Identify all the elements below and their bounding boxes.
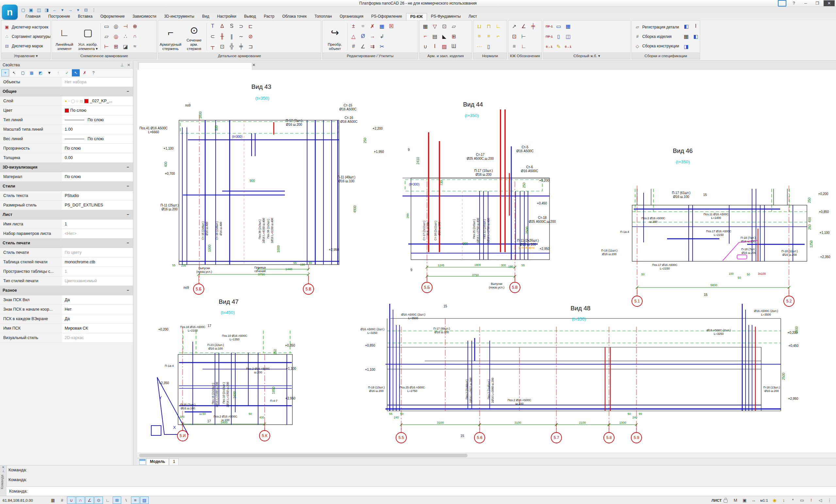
new-file-icon[interactable]: ▢ xyxy=(20,7,26,13)
layer-ring-icon[interactable]: ◯ xyxy=(71,99,75,103)
properties-section-Лист[interactable]: Лист− xyxy=(0,210,133,219)
save-all-icon[interactable]: ◨ xyxy=(44,7,50,13)
property-value[interactable]: <Нет> xyxy=(62,229,133,238)
apply-select-icon[interactable]: ✓ xyxy=(63,69,71,76)
property-value[interactable]: Цветозависимый xyxy=(62,276,133,286)
transparency-icon[interactable]: ▨ xyxy=(140,497,149,504)
embed-plate-icon[interactable]: ⊡ xyxy=(440,22,449,31)
spec-view-icon[interactable]: ◫ xyxy=(564,32,573,41)
menu-tab-Вывод[interactable]: Вывод xyxy=(240,13,260,20)
layer-plot-icon[interactable]: ▤ xyxy=(80,99,83,103)
collapse-icon[interactable]: − xyxy=(127,212,129,217)
double-bars-icon[interactable]: ∥ xyxy=(227,32,236,41)
properties-section-Стили[interactable]: Стили− xyxy=(0,181,133,191)
t-bars-icon[interactable]: ╪ xyxy=(236,42,246,51)
assembly-table-icon[interactable]: ▦ xyxy=(682,32,691,41)
property-value[interactable]: По слою xyxy=(62,106,133,115)
property-value[interactable]: Нет набора xyxy=(62,77,133,86)
close-icon[interactable]: ✕ xyxy=(0,465,6,469)
nanocad-logo[interactable]: n xyxy=(2,4,18,20)
minimize-button[interactable]: ─ xyxy=(800,0,811,6)
menu-tab-Лист[interactable]: Лист xyxy=(464,13,481,20)
object-snap-tracking-icon[interactable]: ∩ xyxy=(76,497,84,504)
rod-section-button[interactable]: ⊙Сечениеарм. стержня xyxy=(183,22,205,52)
menu-tab-PS-КЖ[interactable]: PS-КЖ xyxy=(406,13,427,21)
open-file-icon[interactable]: ▣ xyxy=(28,7,34,13)
scrollbar-thumb[interactable] xyxy=(139,454,468,457)
pr1-mark-icon[interactable]: ПР-1 xyxy=(545,32,554,41)
help-icon[interactable]: ? xyxy=(90,69,97,76)
invert-select-icon[interactable]: ◩ xyxy=(37,69,44,76)
print-icon[interactable]: ⊟ xyxy=(83,7,89,13)
property-value[interactable]: По слою xyxy=(62,172,133,181)
properties-section-Общие[interactable]: Общие− xyxy=(0,87,133,96)
convert-object-button[interactable]: ↪Преобр.объект xyxy=(324,22,346,52)
polar-tracking-icon[interactable]: ⊙ xyxy=(94,497,103,504)
resize-grip-icon[interactable]: ⋮ xyxy=(825,497,834,504)
property-value[interactable]: PStudio xyxy=(62,191,133,200)
property-value[interactable]: По слою xyxy=(62,134,133,143)
list-note-icon[interactable]: ⊢ xyxy=(519,32,528,41)
c-hook-icon[interactable]: ⊃ xyxy=(236,22,246,31)
stand-bar-icon[interactable]: ∆ xyxy=(217,22,227,31)
polygon-region-icon[interactable]: ▱ xyxy=(102,32,111,41)
property-value[interactable]: Нет xyxy=(62,305,133,314)
clear-select-icon[interactable]: ✗ xyxy=(81,69,89,76)
workspace-icon[interactable]: * xyxy=(788,497,797,504)
property-value[interactable]: 1.00 xyxy=(62,125,133,134)
corner-note-icon[interactable]: ∟ xyxy=(519,42,528,51)
normal-corner-icon[interactable]: ⌐ xyxy=(494,32,503,41)
rect-region-icon[interactable]: ▭ xyxy=(102,22,111,31)
funnel-icon[interactable]: ▽ xyxy=(430,22,439,31)
collapse-icon[interactable]: − xyxy=(127,184,129,189)
clamp-icon[interactable]: ⊏ xyxy=(246,22,255,31)
clean-screen-icon[interactable]: ▭ xyxy=(798,497,806,504)
rebar-rod-button[interactable]: ⌐Арматурныйстержень xyxy=(159,22,182,52)
tie-bar-icon[interactable]: ╫ xyxy=(217,32,227,41)
maximize-button[interactable]: ❐ xyxy=(812,0,823,6)
plates-group-icon[interactable]: ⊞ xyxy=(449,32,458,41)
help-button[interactable]: ? xyxy=(788,0,799,6)
circle-region-icon[interactable]: ◎ xyxy=(111,22,120,31)
close-icon[interactable]: ✕ xyxy=(127,63,130,67)
filter-select-icon[interactable]: ▼ xyxy=(45,69,53,76)
menu-tab-Оформление[interactable]: Оформление xyxy=(96,13,128,20)
normal-lines-icon[interactable]: ≡ xyxy=(475,32,484,41)
menu-tab-Зависимости[interactable]: Зависимости xyxy=(129,13,160,20)
delete-doc-icon[interactable]: ☒ xyxy=(387,22,396,31)
pr1-grid-icon[interactable]: ПР-1 xyxy=(545,22,554,31)
redo-icon[interactable]: → xyxy=(67,7,73,13)
leader-note-icon[interactable]: ↗ xyxy=(510,22,519,31)
property-value[interactable]: ●○◯∪▤_027_KP_... xyxy=(62,96,133,105)
menu-tab-PS-Оформление[interactable]: PS-Оформление xyxy=(367,13,406,20)
cut-scissors-icon[interactable]: ✂ xyxy=(377,42,386,51)
copy-assembly-icon[interactable]: ◧ xyxy=(691,32,700,41)
erase-attr-icon[interactable]: Ø xyxy=(358,32,367,41)
corner-arrow-icon[interactable]: ↲ xyxy=(377,32,386,41)
u-bar-icon[interactable]: ⊂ xyxy=(208,32,217,41)
document-close-icon[interactable]: ✕ xyxy=(252,63,255,67)
info-panel-icon[interactable] xyxy=(778,0,786,6)
linear-element-button[interactable]: ∟Линейныйэлемент xyxy=(53,22,75,52)
mark-bars-icon[interactable]: # xyxy=(349,42,358,51)
marks-manager-button[interactable]: ⊟Диспетчер марок xyxy=(4,44,50,49)
diagonal-region-icon[interactable]: ◪ xyxy=(121,42,130,51)
lattice-bars-icon[interactable]: ╬ xyxy=(227,42,236,51)
annoscale-sync-icon[interactable]: ↔ xyxy=(749,497,758,504)
crossing-select-icon[interactable]: ▩ xyxy=(28,69,36,76)
row-note-icon[interactable]: ≡ xyxy=(510,42,519,51)
rebar-assortment-button[interactable]: ∴Сортамент арматуры xyxy=(4,34,50,39)
layout-list-icon[interactable] xyxy=(139,459,146,465)
object-tracking-icon[interactable]: \ xyxy=(122,497,130,504)
anchor-plate-icon[interactable]: T xyxy=(208,22,217,31)
layer-unlock-icon[interactable]: ∪ xyxy=(76,99,79,103)
normal-insert-icon[interactable]: ⊔ xyxy=(475,22,484,31)
property-value[interactable]: По слою xyxy=(62,115,133,124)
layer-on-icon[interactable]: ● xyxy=(65,99,67,103)
property-value[interactable]: monochrome.ctb xyxy=(62,257,133,267)
stack-bars-icon[interactable]: ⇉ xyxy=(368,42,377,51)
redo-menu-icon[interactable]: ▾ xyxy=(75,7,81,13)
ortho-mode-icon[interactable]: ∟ xyxy=(103,497,112,504)
mesh-icon[interactable]: ▦ xyxy=(421,22,430,31)
wavy-bar-icon[interactable]: ≈ xyxy=(130,42,139,51)
